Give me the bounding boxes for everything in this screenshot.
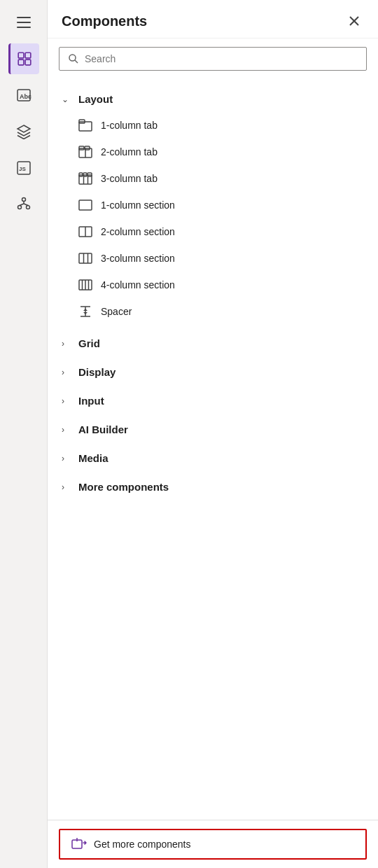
category-ai-builder-header[interactable]: › AI Builder	[48, 418, 378, 441]
svg-text:Abc: Abc	[20, 93, 31, 100]
hamburger-line-2	[17, 22, 31, 23]
svg-rect-2	[18, 59, 24, 65]
tab-2-icon	[78, 145, 92, 159]
sidebar-icon-layers[interactable]	[8, 116, 39, 147]
category-input: › Input	[48, 386, 378, 415]
svg-text:JS: JS	[19, 166, 26, 172]
category-grid: › Grid	[48, 329, 378, 358]
item-2-column-tab-label: 2-column tab	[101, 146, 158, 158]
svg-point-8	[22, 198, 25, 202]
svg-point-10	[26, 206, 29, 209]
item-1-column-tab-label: 1-column tab	[101, 120, 158, 131]
components-panel: Components ⌄ Layout	[48, 0, 378, 868]
grid-icon	[17, 51, 32, 66]
item-4-column-section-label: 4-column section	[101, 279, 175, 290]
svg-rect-33	[79, 253, 92, 263]
get-more-components-button[interactable]: Get more components	[59, 829, 367, 860]
category-ai-builder: › AI Builder	[48, 415, 378, 444]
panel-footer: Get more components	[48, 820, 378, 868]
category-display-label: Display	[78, 366, 115, 378]
item-1-column-section[interactable]: 1-column section	[48, 192, 378, 218]
item-2-column-tab[interactable]: 2-column tab	[48, 139, 378, 165]
category-more-components-header[interactable]: › More components	[48, 475, 378, 498]
search-input[interactable]	[85, 53, 358, 64]
category-more-components-label: More components	[78, 481, 169, 493]
category-more-components: › More components	[48, 472, 378, 501]
spacer-icon	[78, 304, 92, 318]
section-2-icon	[78, 225, 92, 239]
chevron-right-icon-media: ›	[62, 454, 73, 463]
search-container	[48, 38, 378, 79]
hamburger-menu-icon[interactable]	[8, 7, 39, 38]
tab-1-icon	[78, 118, 92, 132]
get-more-label: Get more components	[94, 839, 191, 850]
category-display-header[interactable]: › Display	[48, 360, 378, 384]
svg-marker-43	[83, 309, 88, 311]
chevron-right-icon-input: ›	[62, 396, 73, 406]
category-ai-builder-label: AI Builder	[78, 424, 128, 435]
search-box	[59, 47, 367, 71]
category-display: › Display	[48, 358, 378, 386]
hamburger-line-1	[17, 17, 31, 18]
chevron-right-icon-ai: ›	[62, 425, 73, 435]
svg-line-12	[20, 204, 24, 206]
category-layout-label: Layout	[78, 93, 113, 105]
hamburger-line-3	[17, 27, 31, 28]
chevron-right-icon-grid: ›	[62, 339, 73, 349]
svg-rect-3	[25, 59, 31, 65]
item-1-column-section-label: 1-column section	[101, 200, 175, 211]
item-3-column-section-label: 3-column section	[101, 253, 175, 264]
svg-rect-1	[25, 52, 31, 58]
category-layout: ⌄ Layout 1-column tab	[48, 85, 378, 329]
item-3-column-tab-label: 3-column tab	[101, 173, 158, 184]
category-grid-label: Grid	[78, 337, 100, 349]
svg-line-13	[24, 204, 28, 206]
item-spacer-label: Spacer	[101, 306, 132, 317]
sidebar-icon-components[interactable]	[8, 43, 39, 74]
chevron-down-icon: ⌄	[62, 94, 73, 104]
category-media-label: Media	[78, 452, 108, 464]
left-sidebar: Abc JS	[0, 0, 48, 868]
category-media: › Media	[48, 444, 378, 472]
category-media-header[interactable]: › Media	[48, 447, 378, 470]
svg-marker-44	[83, 312, 88, 314]
category-grid-header[interactable]: › Grid	[48, 332, 378, 355]
sidebar-icon-js[interactable]: JS	[8, 153, 39, 183]
chevron-right-icon-more: ›	[62, 482, 73, 492]
section-1-icon	[78, 198, 92, 212]
category-input-label: Input	[78, 395, 104, 407]
section-3-icon	[78, 251, 92, 265]
item-1-column-tab[interactable]: 1-column tab	[48, 112, 378, 139]
svg-point-16	[69, 55, 76, 61]
close-button[interactable]	[344, 11, 364, 31]
category-layout-header[interactable]: ⌄ Layout	[48, 88, 378, 111]
panel-header: Components	[48, 0, 378, 38]
svg-rect-30	[79, 200, 92, 210]
tree-icon	[16, 197, 31, 212]
get-more-icon	[71, 837, 87, 851]
item-3-column-section[interactable]: 3-column section	[48, 245, 378, 272]
item-spacer[interactable]: Spacer	[48, 298, 378, 325]
panel-title: Components	[62, 13, 147, 29]
item-4-column-section[interactable]: 4-column section	[48, 272, 378, 298]
chevron-right-icon-display: ›	[62, 368, 73, 377]
item-3-column-tab[interactable]: 3-column tab	[48, 165, 378, 192]
category-input-header[interactable]: › Input	[48, 389, 378, 412]
panel-content: ⌄ Layout 1-column tab	[48, 79, 378, 820]
search-icon	[68, 53, 79, 64]
item-2-column-section[interactable]: 2-column section	[48, 218, 378, 245]
svg-rect-0	[18, 52, 24, 58]
layers-icon	[16, 124, 31, 139]
js-icon: JS	[16, 160, 31, 176]
tab-3-icon	[78, 172, 92, 186]
close-icon	[349, 15, 360, 27]
abc-icon: Abc	[16, 88, 31, 103]
section-4-icon	[78, 278, 92, 292]
layout-items: 1-column tab 2-column tab	[48, 111, 378, 326]
item-2-column-section-label: 2-column section	[101, 226, 175, 237]
svg-point-9	[18, 206, 21, 209]
svg-line-17	[75, 60, 78, 63]
sidebar-icon-tree[interactable]	[8, 189, 39, 220]
sidebar-icon-text[interactable]: Abc	[8, 80, 39, 111]
